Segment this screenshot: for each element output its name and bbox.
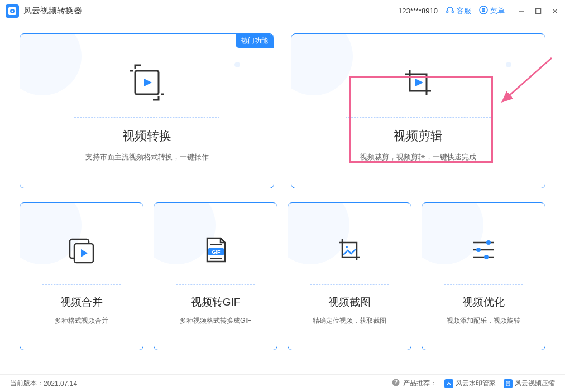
recommend-label-1: 风云水印管家 (456, 379, 496, 388)
svg-rect-4 (452, 11, 454, 13)
maximize-button[interactable] (534, 7, 543, 16)
minimize-button[interactable] (517, 7, 526, 16)
menu-label: 菜单 (490, 6, 505, 16)
card-desc: 支持市面主流视频格式转换，一键操作 (85, 152, 209, 162)
convert-icon (127, 60, 166, 105)
svg-point-22 (346, 246, 348, 248)
menu-list-icon (479, 6, 488, 16)
card-desc: 精确定位视频，获取截图 (313, 316, 386, 326)
card-video-screenshot[interactable]: 视频截图 精确定位视频，获取截图 (288, 202, 411, 350)
svg-point-26 (476, 248, 481, 252)
card-title: 视频截图 (328, 295, 371, 309)
recommend-compress[interactable]: 风云视频压缩 (504, 379, 555, 388)
svg-rect-3 (447, 11, 448, 13)
help-icon[interactable]: ? (392, 379, 400, 388)
edit-icon (399, 60, 438, 105)
card-video-edit[interactable]: 视频剪辑 视频裁剪，视频剪辑，一键快速完成 (291, 33, 545, 188)
hot-badge: 热门功能 (236, 34, 274, 48)
main-content: 热门功能 视频转换 支持市面主流视频格式转换，一键操作 视频剪辑 视频裁剪，视频… (0, 22, 565, 356)
version-label: 当前版本： (10, 379, 44, 388)
svg-rect-10 (536, 8, 541, 13)
recommend-label: 产品推荐： (403, 379, 437, 388)
card-video-to-gif[interactable]: GIF 视频转GIF 多种视频格式转换成GIF (154, 202, 277, 350)
close-button[interactable] (550, 7, 559, 16)
support-label: 客服 (457, 6, 471, 16)
svg-point-2 (12, 10, 13, 12)
version-value: 2021.07.14 (44, 380, 77, 388)
recommend-watermark[interactable]: 风云水印管家 (444, 379, 496, 388)
watermark-app-icon (444, 379, 453, 388)
card-desc: 视频添加配乐，视频旋转 (447, 316, 520, 326)
card-desc: 视频裁剪，视频剪辑，一键快速完成 (360, 152, 476, 162)
compress-app-icon (504, 379, 513, 388)
optimize-icon (467, 228, 500, 272)
card-title: 视频转GIF (191, 295, 241, 309)
support-button[interactable]: 客服 (446, 6, 471, 16)
card-title: 视频剪辑 (394, 128, 443, 144)
card-video-convert[interactable]: 热门功能 视频转换 支持市面主流视频格式转换，一键操作 (20, 33, 274, 188)
card-title: 视频合并 (60, 295, 103, 309)
titlebar: 风云视频转换器 123****8910 客服 菜单 (0, 0, 565, 22)
footer: 当前版本： 2021.07.14 ? 产品推荐： 风云水印管家 风云视频压缩 (0, 374, 565, 392)
menu-button[interactable]: 菜单 (479, 6, 505, 16)
svg-text:GIF: GIF (212, 249, 221, 255)
app-logo-icon (6, 4, 19, 18)
app-title: 风云视频转换器 (23, 6, 82, 16)
svg-text:?: ? (394, 379, 398, 385)
svg-point-28 (484, 255, 489, 259)
recommend-label-2: 风云视频压缩 (515, 379, 555, 388)
phone-number[interactable]: 123****8910 (398, 7, 438, 15)
card-video-optimize[interactable]: 视频优化 视频添加配乐，视频旋转 (422, 202, 545, 350)
card-title: 视频转换 (122, 128, 171, 144)
gif-icon: GIF (199, 228, 232, 272)
card-video-merge[interactable]: 视频合并 多种格式视频合并 (20, 202, 143, 350)
headset-icon (446, 6, 454, 16)
screenshot-icon (333, 228, 366, 272)
card-desc: 多种格式视频合并 (55, 316, 108, 326)
svg-point-24 (486, 240, 491, 245)
card-title: 视频优化 (462, 295, 505, 309)
merge-icon (65, 228, 98, 272)
card-desc: 多种视频格式转换成GIF (180, 316, 251, 326)
